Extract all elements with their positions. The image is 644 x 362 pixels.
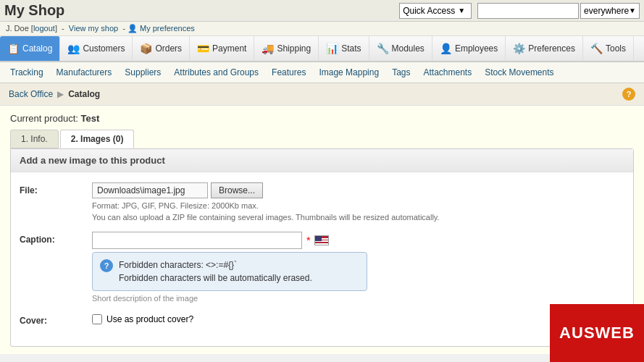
nav-icon-catalog: 📋: [7, 43, 20, 54]
nav-label-orders: Orders: [155, 43, 182, 54]
nav-icon-preferences: ⚙️: [513, 43, 525, 54]
nav-icon-tools: 🔨: [590, 43, 603, 54]
my-preferences-link[interactable]: My preferences: [140, 24, 195, 33]
sub-nav-item-attachments[interactable]: Attachments: [417, 65, 477, 80]
caption-label: Caption:: [20, 232, 92, 245]
images-panel: Add a new image to this product File: Do…: [10, 148, 634, 347]
sub-nav: TrackingManufacturersSuppliersAttributes…: [0, 62, 644, 83]
quick-access-label: Quick Access: [403, 6, 455, 16]
nav-item-catalog[interactable]: 📋Catalog: [0, 36, 60, 61]
tooltip-line1: Forbidden characters: <>:=#{}`: [119, 258, 312, 272]
caption-wrap: *: [92, 232, 624, 249]
required-star: *: [306, 235, 310, 246]
sub-nav-item-tracking[interactable]: Tracking: [4, 65, 49, 80]
search-input[interactable]: [477, 3, 579, 19]
sub-nav-item-imagemapping[interactable]: Image Mapping: [313, 65, 385, 80]
nav-item-shipping[interactable]: 🚚Shipping: [254, 36, 319, 61]
nav-icon-customers: 👥: [67, 43, 80, 54]
nav-icon-employees: 👤: [440, 43, 452, 54]
logo-area: AUSWEB: [550, 304, 644, 354]
view-shop-link[interactable]: View my shop: [69, 24, 118, 33]
everywhere-arrow: ▼: [629, 7, 636, 14]
main-nav: 📋Catalog👥Customers📦Orders💳Payment🚚Shippi…: [0, 36, 644, 62]
sub-nav-item-stockmovements[interactable]: Stock Movements: [479, 65, 559, 80]
sub-nav-item-manufacturers[interactable]: Manufacturers: [51, 65, 118, 80]
nav-icon-orders: 📦: [140, 43, 152, 54]
sub-nav-item-attributes[interactable]: Attributes and Groups: [168, 65, 264, 80]
nav-icon-shipping: 🚚: [262, 43, 274, 54]
nav-icon-modules: 🔧: [377, 43, 389, 54]
breadcrumb-bar: Back Office▶Catalog ?: [0, 83, 644, 106]
sub-nav-item-suppliers[interactable]: Suppliers: [119, 65, 167, 80]
panel-body: File: Downloads\image1.jpg Browse... For…: [11, 172, 633, 346]
quick-access-wrap: Quick Access ▼: [399, 3, 472, 19]
tooltip-info-icon: ?: [100, 259, 113, 272]
tab-info[interactable]: 1. Info.: [10, 130, 59, 148]
nav-icon-payment: 💳: [197, 43, 209, 54]
top-bar: My Shop Quick Access ▼ everywhere ▼: [0, 0, 644, 22]
nav-label-payment: Payment: [212, 43, 246, 54]
forbidden-chars-tooltip: ? Forbidden characters: <>:=#{}` Forbidd…: [92, 252, 367, 291]
content-area: Current product: Test 1. Info.2. Images …: [0, 106, 644, 354]
logo-text: AUSWEB: [559, 324, 635, 342]
cover-label: Cover:: [20, 313, 92, 326]
caption-row: Caption: * ? Forbidden characters: <>:=#…: [20, 232, 624, 303]
us-flag-icon: [314, 235, 329, 245]
nav-item-stats[interactable]: 📊Stats: [319, 36, 369, 61]
logout-link[interactable]: logout: [33, 24, 55, 33]
breadcrumb-item-1: Catalog: [68, 89, 100, 99]
cover-row: Cover: Use as product cover?: [20, 313, 624, 326]
quick-access-dropdown[interactable]: Quick Access ▼: [399, 3, 472, 19]
panel-header: Add a new image to this product: [11, 149, 633, 172]
product-title: Current product: Test: [10, 113, 634, 124]
everywhere-dropdown[interactable]: everywhere ▼: [580, 3, 640, 19]
nav-label-preferences: Preferences: [528, 43, 575, 54]
breadcrumb: Back Office▶Catalog: [9, 89, 100, 99]
nav-item-tools[interactable]: 🔨Tools: [583, 36, 634, 61]
file-row: File: Downloads\image1.jpg Browse... For…: [20, 182, 624, 222]
nav-label-modules: Modules: [392, 43, 425, 54]
breadcrumb-sep: ▶: [57, 89, 64, 99]
cover-control: Use as product cover?: [92, 314, 624, 324]
tooltip-content: Forbidden characters: <>:=#{}` Forbidden…: [119, 258, 312, 285]
breadcrumb-item-0[interactable]: Back Office: [9, 89, 53, 99]
cover-checkbox[interactable]: [92, 314, 102, 324]
nav-label-employees: Employees: [455, 43, 498, 54]
username: J. Doe: [6, 24, 29, 33]
nav-item-preferences[interactable]: ⚙️Preferences: [506, 36, 583, 61]
file-label: File:: [20, 182, 92, 195]
file-hint1: Format: JPG, GIF, PNG. Filesize: 2000Kb …: [92, 201, 624, 210]
search-box: everywhere ▼: [477, 3, 640, 19]
quick-access-arrow: ▼: [458, 7, 465, 14]
file-hint2: You can also upload a ZIP file containin…: [92, 213, 624, 222]
help-icon[interactable]: ?: [622, 88, 635, 101]
nav-item-orders[interactable]: 📦Orders: [133, 36, 190, 61]
nav-label-customers: Customers: [83, 43, 125, 54]
nav-label-tools: Tools: [606, 43, 626, 54]
browse-button[interactable]: Browse...: [211, 182, 263, 198]
sub-nav-item-features[interactable]: Features: [266, 65, 311, 80]
nav-item-customers[interactable]: 👥Customers: [60, 36, 133, 61]
tabs: 1. Info.2. Images (0): [10, 130, 634, 148]
nav-item-modules[interactable]: 🔧Modules: [369, 36, 432, 61]
everywhere-label: everywhere: [584, 6, 629, 16]
user-bar: J. Doe [logout] - View my shop - 👤 My pr…: [0, 22, 644, 36]
file-control: Downloads\image1.jpg Browse... Format: J…: [92, 182, 624, 222]
nav-item-employees[interactable]: 👤Employees: [432, 36, 506, 61]
caption-short-desc: Short description of the image: [92, 294, 624, 303]
file-input-wrap: Downloads\image1.jpg Browse...: [92, 182, 624, 198]
file-name-display: Downloads\image1.jpg: [92, 182, 208, 198]
app-title: My Shop: [4, 2, 64, 19]
nav-item-payment[interactable]: 💳Payment: [190, 36, 254, 61]
caption-control: * ? Forbidden characters: <>:=#{}` Forbi…: [92, 232, 624, 303]
sub-nav-item-tags[interactable]: Tags: [386, 65, 416, 80]
tooltip-line2: Forbidden characters will be automatical…: [119, 272, 312, 285]
nav-label-stats: Stats: [341, 43, 361, 54]
nav-label-shipping: Shipping: [277, 43, 311, 54]
nav-label-catalog: Catalog: [22, 43, 52, 54]
caption-input[interactable]: [92, 232, 302, 249]
tab-images[interactable]: 2. Images (0): [60, 130, 135, 148]
cover-checkbox-label[interactable]: Use as product cover?: [92, 314, 624, 324]
nav-icon-stats: 📊: [326, 43, 338, 54]
cover-checkbox-text: Use as product cover?: [106, 314, 193, 324]
